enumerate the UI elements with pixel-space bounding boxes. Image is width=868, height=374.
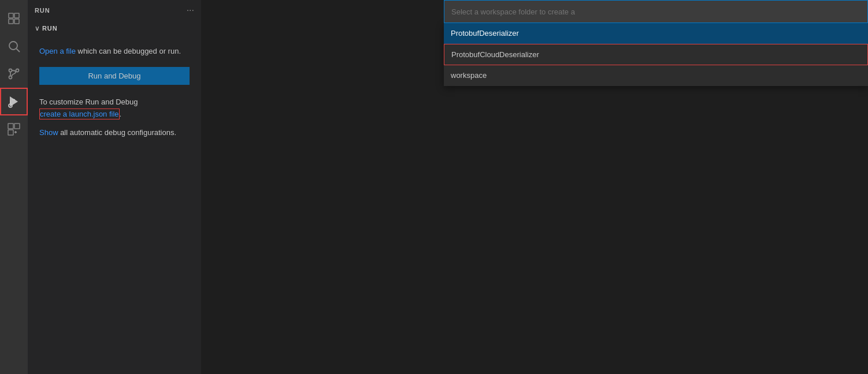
section-header: ∨ RUN	[28, 20, 201, 36]
svg-line-5	[17, 49, 20, 53]
main-area: ProtobufDeserializer ProtobufCloudDeseri…	[201, 0, 868, 374]
dropdown-item-protobuf-cloud-deserializer[interactable]: ProtobufCloudDeserializer	[444, 44, 868, 66]
section-collapse-arrow[interactable]: ∨	[35, 24, 40, 32]
workspace-folder-input[interactable]	[444, 0, 868, 23]
extensions-activity-icon[interactable]	[0, 115, 28, 143]
source-control-activity-icon[interactable]	[0, 60, 28, 88]
section-title: RUN	[42, 25, 57, 32]
svg-marker-10	[10, 96, 18, 107]
svg-rect-15	[8, 130, 13, 135]
search-activity-icon[interactable]	[0, 32, 28, 60]
sidebar: RUN ··· ∨ RUN Open a file which can be d…	[28, 0, 201, 374]
dropdown-item-workspace[interactable]: workspace	[444, 65, 868, 86]
sidebar-title: RUN	[35, 7, 50, 14]
dropdown-list: ProtobufDeserializer ProtobufCloudDeseri…	[444, 23, 868, 86]
svg-point-4	[9, 42, 17, 50]
activity-bar	[0, 0, 28, 374]
svg-rect-0	[9, 13, 13, 18]
workspace-folder-dropdown: ProtobufDeserializer ProtobufCloudDeseri…	[444, 0, 868, 86]
open-file-link[interactable]: Open a file	[39, 47, 76, 55]
show-debug-text: Show all automatic debug configurations.	[39, 127, 190, 139]
open-file-text: Open a file which can be debugged or run…	[39, 46, 190, 58]
sidebar-content: Open a file which can be debugged or run…	[28, 36, 201, 374]
run-debug-activity-icon[interactable]	[0, 88, 28, 115]
svg-point-8	[16, 69, 19, 72]
dropdown-item-protobuf-deserializer[interactable]: ProtobufDeserializer	[444, 23, 868, 44]
svg-rect-1	[14, 13, 19, 18]
svg-rect-2	[9, 19, 13, 24]
svg-point-7	[9, 69, 12, 72]
svg-rect-14	[14, 124, 20, 129]
svg-point-6	[9, 76, 12, 79]
svg-rect-3	[14, 19, 19, 24]
show-debug-link[interactable]: Show	[39, 128, 58, 137]
sidebar-menu-button[interactable]: ···	[187, 6, 194, 15]
customize-label: To customize Run and Debug	[39, 98, 138, 106]
svg-rect-13	[8, 124, 13, 129]
sidebar-header: RUN ···	[28, 0, 201, 20]
explorer-activity-icon[interactable]	[0, 5, 28, 32]
create-launch-json-link[interactable]: create a launch.json file	[39, 109, 120, 119]
customize-text: To customize Run and Debug create a laun…	[39, 96, 190, 121]
run-and-debug-button[interactable]: Run and Debug	[39, 67, 190, 85]
